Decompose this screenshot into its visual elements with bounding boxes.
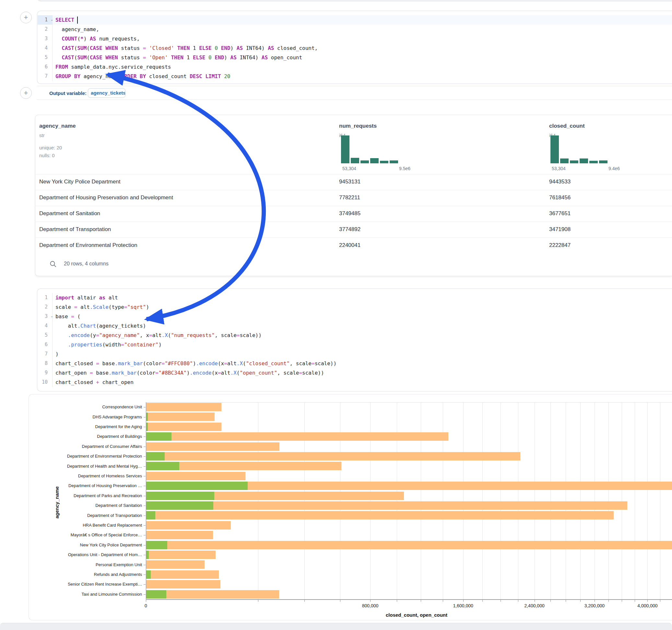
cell-num-requests[interactable]: 7782211 bbox=[339, 194, 360, 201]
bar-open-count[interactable] bbox=[146, 422, 148, 431]
bar-closed-count[interactable] bbox=[146, 531, 213, 539]
bar-open-count[interactable] bbox=[146, 511, 155, 519]
bar-open-count[interactable] bbox=[146, 462, 179, 470]
cell-closed-count[interactable]: 7618456 bbox=[549, 194, 571, 201]
y-axis-tick-label: Department of Parks and Recreation bbox=[29, 493, 142, 498]
cell-agency-name[interactable]: Department of Sanitation bbox=[39, 210, 100, 217]
bar-closed-count[interactable] bbox=[146, 551, 216, 559]
bar-open-count[interactable] bbox=[146, 551, 149, 559]
cell-agency-name[interactable]: Department of Transportation bbox=[39, 226, 111, 233]
x-axis-tick-label: 0 bbox=[126, 603, 165, 608]
column-header-agency-name[interactable]: agency_name bbox=[39, 123, 75, 129]
x-axis-tick bbox=[304, 600, 305, 602]
column-stat-nulls: nulls: 0 bbox=[39, 153, 55, 158]
y-axis-tick bbox=[144, 575, 146, 575]
y-axis-tick bbox=[144, 446, 146, 447]
python-editor[interactable]: 1import altair as alt2scale = alt.Scale(… bbox=[37, 293, 672, 389]
python-code-line[interactable]: 1import altair as alt bbox=[37, 293, 672, 302]
gridline bbox=[635, 402, 635, 599]
sql-code-line[interactable]: 1⌄SELECT bbox=[37, 15, 672, 25]
bar-closed-count[interactable] bbox=[146, 422, 221, 431]
cell-agency-name[interactable]: Department of Environmental Protection bbox=[39, 242, 137, 248]
bar-open-count[interactable] bbox=[146, 590, 166, 599]
bar-closed-count[interactable] bbox=[146, 403, 221, 411]
sql-code-line[interactable]: 5 CAST(SUM(CASE WHEN status = 'Open' THE… bbox=[37, 53, 672, 62]
sql-code-line[interactable]: 4 CAST(SUM(CASE WHEN status = 'Closed' T… bbox=[37, 43, 672, 53]
cell-num-requests[interactable]: 9453131 bbox=[339, 178, 360, 185]
bar-closed-count[interactable] bbox=[146, 452, 520, 461]
cell-num-requests[interactable]: 2240041 bbox=[339, 242, 360, 248]
cell-closed-count[interactable]: 2222847 bbox=[549, 242, 571, 248]
sql-editor[interactable]: 1⌄SELECT 2 agency_name,3 COUNT(*) AS num… bbox=[37, 15, 672, 81]
bar-open-count[interactable] bbox=[146, 501, 213, 510]
python-code-line[interactable]: 9chart_open = base.mark_bar(color="#8BC3… bbox=[37, 368, 672, 378]
python-code-line[interactable]: 7) bbox=[37, 349, 672, 359]
histogram-bar bbox=[370, 158, 379, 163]
table-row-count: 20 rows, 4 columns bbox=[64, 261, 109, 267]
fold-chevron-icon[interactable]: ⌄ bbox=[50, 312, 55, 321]
output-variable-label: Output variable: bbox=[49, 91, 87, 96]
cell-agency-name[interactable]: Department of Housing Preservation and D… bbox=[39, 194, 173, 201]
cell-closed-count[interactable]: 9443533 bbox=[549, 178, 571, 185]
cell-num-requests[interactable]: 3774892 bbox=[339, 226, 360, 233]
python-code-line[interactable]: 5 .encode(y="agency_name", x=alt.X("num_… bbox=[37, 331, 672, 340]
code-text: SELECT bbox=[55, 15, 77, 25]
bar-closed-count[interactable] bbox=[146, 472, 245, 480]
bar-open-count[interactable] bbox=[146, 432, 171, 441]
bar-open-count[interactable] bbox=[146, 492, 214, 500]
sql-code-line[interactable]: 6FROM sample_data.nyc.service_requests bbox=[37, 62, 672, 72]
python-code-line[interactable]: 2scale = alt.Scale(type="sqrt") bbox=[37, 302, 672, 312]
sql-cell-card: 1⌄SELECT 2 agency_name,3 COUNT(*) AS num… bbox=[37, 11, 672, 84]
bar-closed-count[interactable] bbox=[146, 442, 280, 451]
histogram-bar bbox=[560, 159, 569, 163]
sql-code-line[interactable]: 7GROUP BY agency_name ORDER BY closed_co… bbox=[37, 72, 672, 81]
code-text: chart_closed + chart_open bbox=[55, 378, 134, 387]
x-axis-tick bbox=[340, 600, 340, 602]
cell-closed-count[interactable]: 3677651 bbox=[549, 210, 571, 217]
gridline bbox=[304, 402, 305, 599]
fold-chevron-icon[interactable]: ⌄ bbox=[50, 15, 55, 25]
python-code-line[interactable]: 8chart_closed = base.mark_bar(color="#FF… bbox=[37, 359, 672, 368]
python-code-line[interactable]: 4 alt.Chart(agency_tickets) bbox=[37, 321, 672, 331]
bar-open-count[interactable] bbox=[146, 541, 167, 549]
bar-closed-count[interactable] bbox=[146, 571, 219, 579]
cell-closed-count[interactable]: 3471908 bbox=[549, 226, 571, 233]
add-cell-button-middle[interactable]: + bbox=[20, 87, 32, 99]
column-stat-unique: unique: 20 bbox=[39, 145, 62, 150]
divider bbox=[37, 99, 672, 100]
python-code-line[interactable]: 3⌄base = ( bbox=[37, 312, 672, 321]
histogram-bar bbox=[360, 161, 369, 163]
cell-num-requests[interactable]: 3749485 bbox=[339, 210, 360, 217]
y-axis-tick bbox=[144, 486, 146, 486]
python-code-line[interactable]: 10chart_closed + chart_open bbox=[37, 378, 672, 387]
bar-closed-count[interactable] bbox=[146, 511, 614, 519]
bar-closed-count[interactable] bbox=[146, 521, 231, 530]
sql-code-line[interactable]: 2 agency_name, bbox=[37, 25, 672, 34]
bar-closed-count[interactable] bbox=[146, 560, 205, 569]
bar-open-count[interactable] bbox=[146, 482, 248, 490]
search-icon[interactable] bbox=[50, 261, 57, 268]
code-text: CAST(SUM(CASE WHEN status = 'Open' THEN … bbox=[55, 53, 302, 62]
bar-closed-count[interactable] bbox=[146, 413, 215, 421]
bar-open-count[interactable] bbox=[146, 413, 148, 421]
bar-open-count[interactable] bbox=[146, 571, 151, 579]
column-header-closed-count[interactable]: closed_count bbox=[549, 123, 585, 129]
output-variable-pill[interactable]: agency_tickets bbox=[88, 88, 125, 98]
gridline bbox=[580, 402, 581, 599]
bar-closed-count[interactable] bbox=[146, 541, 672, 549]
sql-code-line[interactable]: 3 COUNT(*) AS num_requests, bbox=[37, 34, 672, 43]
y-axis-tick bbox=[144, 407, 146, 407]
bar-closed-count[interactable] bbox=[146, 580, 220, 588]
python-code-line[interactable]: 6 .properties(width="container") bbox=[37, 340, 672, 349]
gridline bbox=[608, 402, 609, 599]
bar-closed-count[interactable] bbox=[146, 432, 448, 441]
bar-open-count[interactable] bbox=[146, 452, 165, 461]
add-cell-button-top[interactable]: + bbox=[20, 12, 32, 23]
cell-agency-name[interactable]: New York City Police Department bbox=[39, 178, 120, 185]
divider bbox=[37, 86, 672, 86]
histogram-min-label: 53,304 bbox=[342, 166, 356, 171]
bar-closed-count[interactable] bbox=[146, 501, 627, 510]
y-axis-tick-label: Department of Housing Preservation … bbox=[29, 483, 142, 488]
column-header-num-requests[interactable]: num_requests bbox=[339, 123, 377, 129]
x-axis-tick bbox=[482, 600, 483, 602]
